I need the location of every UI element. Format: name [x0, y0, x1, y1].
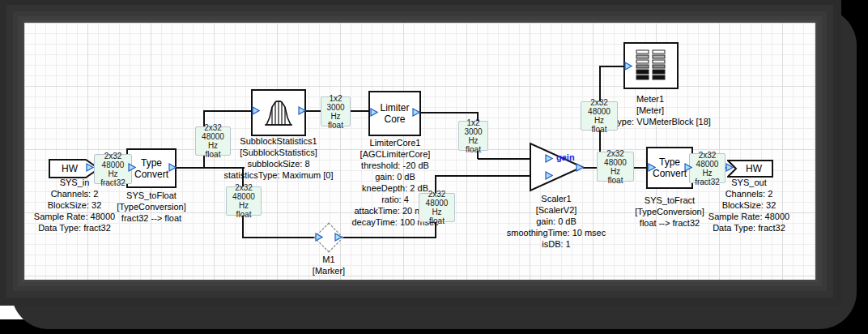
pin-icon[interactable] — [315, 233, 323, 242]
vu-meter-icon — [632, 49, 670, 83]
type-convert-1-caption: SYS_toFloat [TypeConversion] fract32 -->… — [99, 190, 204, 224]
pin-icon[interactable] — [545, 154, 553, 163]
pin-icon[interactable] — [624, 62, 632, 71]
limiter-core-caption: LimiterCore1 [AGCLimiterCore] threshold:… — [306, 137, 484, 228]
wire-badge[interactable]: 1x23000 Hzfloat — [458, 121, 488, 151]
designer-canvas[interactable]: HW SYS_in Channels: 2 BlockSize: 32 Samp… — [24, 23, 815, 280]
pin-icon[interactable] — [298, 106, 306, 115]
block-label: Limiter Core — [378, 102, 411, 125]
histogram-icon — [261, 97, 296, 128]
pin-icon[interactable] — [576, 163, 584, 172]
sys-in-hw-label: HW — [62, 163, 79, 174]
pin-icon[interactable] — [370, 108, 378, 117]
pin-icon[interactable] — [128, 163, 136, 172]
wire-to-marker[interactable] — [242, 237, 317, 238]
wire-to-subblockstats[interactable] — [203, 110, 253, 112]
sys-out-hw-label: HW — [746, 163, 763, 174]
pin-icon[interactable] — [86, 163, 94, 172]
wire-to-meter-h[interactable] — [600, 66, 625, 67]
wire-badge[interactable]: 2x3248000 Hzfloat — [195, 126, 231, 156]
scaler-gain-label: gain — [556, 152, 575, 162]
wire-badge[interactable]: 2x3248000 Hzfloat — [597, 152, 634, 182]
sys-out-block[interactable]: HW — [727, 160, 774, 178]
marker-caption: M1 [Marker] — [296, 254, 361, 276]
pin-icon[interactable] — [725, 163, 734, 172]
pin-icon[interactable] — [545, 171, 553, 180]
scaler-caption: Scaler1 [ScalerV2] gain: 0 dB smoothingT… — [483, 193, 629, 250]
wire-badge[interactable]: 1x23000 Hzfloat — [321, 96, 351, 126]
wire-badge[interactable]: 2x3248000 Hzfloat — [419, 193, 455, 222]
pin-icon[interactable] — [648, 163, 656, 172]
wire-to-scaler-gain[interactable] — [478, 158, 532, 160]
pin-icon[interactable] — [684, 163, 692, 172]
pin-icon[interactable] — [334, 233, 343, 242]
wire-limiter-out-h[interactable] — [420, 112, 479, 113]
pin-icon[interactable] — [168, 163, 177, 172]
wire-badge[interactable]: 2x3248000 Hzfloat — [581, 101, 618, 131]
wire-badge[interactable]: 2x3248000 Hzfloat — [226, 186, 262, 216]
wire-marker-out[interactable] — [342, 237, 436, 238]
pin-icon[interactable] — [252, 106, 260, 115]
wire-badge[interactable]: 2x3248000 Hzfract32 — [94, 154, 132, 184]
wire-badge[interactable]: 2x3248000 Hzfract32 — [689, 153, 725, 183]
block-label: Type Convert — [134, 157, 168, 180]
pin-icon[interactable] — [412, 108, 420, 117]
block-label: Type Convert — [653, 156, 687, 179]
